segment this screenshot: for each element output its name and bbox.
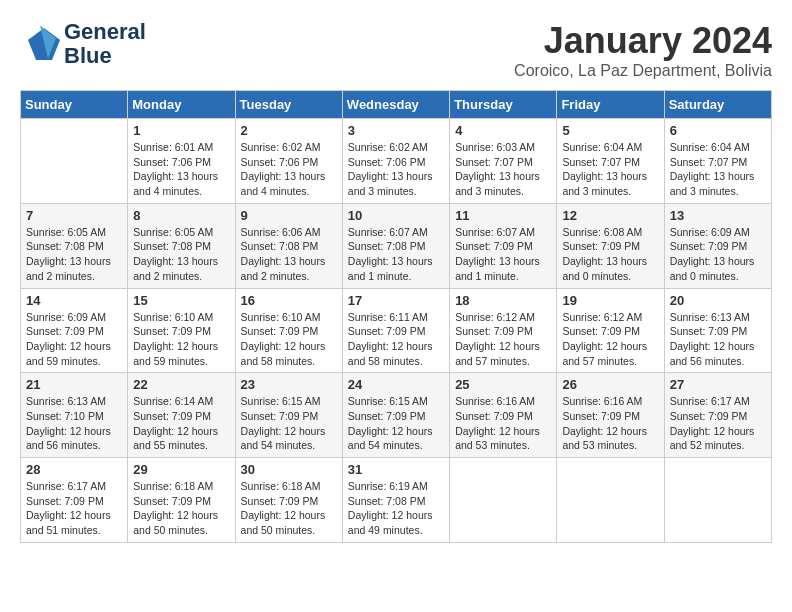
sunrise-text: Sunrise: 6:16 AM	[562, 395, 642, 407]
sunset-text: Sunset: 7:09 PM	[562, 410, 640, 422]
calendar-week-row: 28 Sunrise: 6:17 AM Sunset: 7:09 PM Dayl…	[21, 458, 772, 543]
day-number: 15	[133, 293, 229, 308]
sunrise-text: Sunrise: 6:15 AM	[348, 395, 428, 407]
calendar-cell: 7 Sunrise: 6:05 AM Sunset: 7:08 PM Dayli…	[21, 203, 128, 288]
daylight-text: Daylight: 12 hours and 50 minutes.	[133, 509, 218, 536]
sunset-text: Sunset: 7:09 PM	[348, 325, 426, 337]
sunrise-text: Sunrise: 6:15 AM	[241, 395, 321, 407]
day-info: Sunrise: 6:15 AM Sunset: 7:09 PM Dayligh…	[241, 394, 337, 453]
sunset-text: Sunset: 7:09 PM	[241, 495, 319, 507]
calendar-cell: 19 Sunrise: 6:12 AM Sunset: 7:09 PM Dayl…	[557, 288, 664, 373]
day-info: Sunrise: 6:12 AM Sunset: 7:09 PM Dayligh…	[455, 310, 551, 369]
day-info: Sunrise: 6:13 AM Sunset: 7:10 PM Dayligh…	[26, 394, 122, 453]
day-number: 28	[26, 462, 122, 477]
daylight-text: Daylight: 13 hours and 2 minutes.	[133, 255, 218, 282]
day-info: Sunrise: 6:04 AM Sunset: 7:07 PM Dayligh…	[562, 140, 658, 199]
sunset-text: Sunset: 7:09 PM	[133, 410, 211, 422]
day-info: Sunrise: 6:05 AM Sunset: 7:08 PM Dayligh…	[133, 225, 229, 284]
page-header: General Blue January 2024 Coroico, La Pa…	[20, 20, 772, 80]
calendar-cell	[664, 458, 771, 543]
calendar-cell: 28 Sunrise: 6:17 AM Sunset: 7:09 PM Dayl…	[21, 458, 128, 543]
day-info: Sunrise: 6:17 AM Sunset: 7:09 PM Dayligh…	[670, 394, 766, 453]
sunrise-text: Sunrise: 6:09 AM	[26, 311, 106, 323]
calendar-week-row: 21 Sunrise: 6:13 AM Sunset: 7:10 PM Dayl…	[21, 373, 772, 458]
day-number: 27	[670, 377, 766, 392]
sunset-text: Sunset: 7:09 PM	[670, 410, 748, 422]
sunrise-text: Sunrise: 6:19 AM	[348, 480, 428, 492]
sunset-text: Sunset: 7:06 PM	[133, 156, 211, 168]
sunrise-text: Sunrise: 6:16 AM	[455, 395, 535, 407]
day-info: Sunrise: 6:19 AM Sunset: 7:08 PM Dayligh…	[348, 479, 444, 538]
day-number: 9	[241, 208, 337, 223]
day-info: Sunrise: 6:02 AM Sunset: 7:06 PM Dayligh…	[348, 140, 444, 199]
calendar-cell: 12 Sunrise: 6:08 AM Sunset: 7:09 PM Dayl…	[557, 203, 664, 288]
daylight-text: Daylight: 12 hours and 58 minutes.	[241, 340, 326, 367]
day-number: 29	[133, 462, 229, 477]
calendar-cell: 27 Sunrise: 6:17 AM Sunset: 7:09 PM Dayl…	[664, 373, 771, 458]
daylight-text: Daylight: 12 hours and 58 minutes.	[348, 340, 433, 367]
daylight-text: Daylight: 13 hours and 3 minutes.	[455, 170, 540, 197]
sunrise-text: Sunrise: 6:05 AM	[133, 226, 213, 238]
day-number: 7	[26, 208, 122, 223]
calendar-week-row: 1 Sunrise: 6:01 AM Sunset: 7:06 PM Dayli…	[21, 119, 772, 204]
calendar-header-row: SundayMondayTuesdayWednesdayThursdayFrid…	[21, 91, 772, 119]
weekday-header: Saturday	[664, 91, 771, 119]
sunset-text: Sunset: 7:10 PM	[26, 410, 104, 422]
day-number: 8	[133, 208, 229, 223]
calendar-cell: 23 Sunrise: 6:15 AM Sunset: 7:09 PM Dayl…	[235, 373, 342, 458]
day-number: 31	[348, 462, 444, 477]
day-number: 3	[348, 123, 444, 138]
sunset-text: Sunset: 7:08 PM	[26, 240, 104, 252]
weekday-header: Thursday	[450, 91, 557, 119]
sunrise-text: Sunrise: 6:06 AM	[241, 226, 321, 238]
calendar-cell: 22 Sunrise: 6:14 AM Sunset: 7:09 PM Dayl…	[128, 373, 235, 458]
sunrise-text: Sunrise: 6:03 AM	[455, 141, 535, 153]
day-number: 13	[670, 208, 766, 223]
sunrise-text: Sunrise: 6:10 AM	[241, 311, 321, 323]
daylight-text: Daylight: 12 hours and 56 minutes.	[670, 340, 755, 367]
sunset-text: Sunset: 7:08 PM	[133, 240, 211, 252]
daylight-text: Daylight: 13 hours and 4 minutes.	[133, 170, 218, 197]
day-info: Sunrise: 6:18 AM Sunset: 7:09 PM Dayligh…	[133, 479, 229, 538]
day-info: Sunrise: 6:14 AM Sunset: 7:09 PM Dayligh…	[133, 394, 229, 453]
calendar-cell: 26 Sunrise: 6:16 AM Sunset: 7:09 PM Dayl…	[557, 373, 664, 458]
sunrise-text: Sunrise: 6:12 AM	[455, 311, 535, 323]
daylight-text: Daylight: 13 hours and 2 minutes.	[26, 255, 111, 282]
day-number: 16	[241, 293, 337, 308]
sunset-text: Sunset: 7:07 PM	[455, 156, 533, 168]
daylight-text: Daylight: 12 hours and 54 minutes.	[241, 425, 326, 452]
daylight-text: Daylight: 12 hours and 53 minutes.	[455, 425, 540, 452]
day-info: Sunrise: 6:10 AM Sunset: 7:09 PM Dayligh…	[133, 310, 229, 369]
calendar-cell	[450, 458, 557, 543]
calendar-cell: 31 Sunrise: 6:19 AM Sunset: 7:08 PM Dayl…	[342, 458, 449, 543]
daylight-text: Daylight: 12 hours and 53 minutes.	[562, 425, 647, 452]
daylight-text: Daylight: 13 hours and 3 minutes.	[562, 170, 647, 197]
day-info: Sunrise: 6:08 AM Sunset: 7:09 PM Dayligh…	[562, 225, 658, 284]
day-info: Sunrise: 6:02 AM Sunset: 7:06 PM Dayligh…	[241, 140, 337, 199]
sunset-text: Sunset: 7:08 PM	[348, 240, 426, 252]
day-number: 24	[348, 377, 444, 392]
day-number: 10	[348, 208, 444, 223]
calendar-cell	[557, 458, 664, 543]
calendar-cell: 3 Sunrise: 6:02 AM Sunset: 7:06 PM Dayli…	[342, 119, 449, 204]
sunrise-text: Sunrise: 6:13 AM	[26, 395, 106, 407]
calendar-cell: 1 Sunrise: 6:01 AM Sunset: 7:06 PM Dayli…	[128, 119, 235, 204]
calendar-cell: 18 Sunrise: 6:12 AM Sunset: 7:09 PM Dayl…	[450, 288, 557, 373]
day-number: 25	[455, 377, 551, 392]
daylight-text: Daylight: 13 hours and 3 minutes.	[348, 170, 433, 197]
sunrise-text: Sunrise: 6:18 AM	[241, 480, 321, 492]
sunrise-text: Sunrise: 6:05 AM	[26, 226, 106, 238]
weekday-header: Tuesday	[235, 91, 342, 119]
sunset-text: Sunset: 7:09 PM	[455, 410, 533, 422]
sunrise-text: Sunrise: 6:10 AM	[133, 311, 213, 323]
daylight-text: Daylight: 12 hours and 54 minutes.	[348, 425, 433, 452]
calendar-week-row: 7 Sunrise: 6:05 AM Sunset: 7:08 PM Dayli…	[21, 203, 772, 288]
daylight-text: Daylight: 12 hours and 57 minutes.	[455, 340, 540, 367]
sunrise-text: Sunrise: 6:18 AM	[133, 480, 213, 492]
day-number: 14	[26, 293, 122, 308]
calendar-cell: 13 Sunrise: 6:09 AM Sunset: 7:09 PM Dayl…	[664, 203, 771, 288]
sunset-text: Sunset: 7:09 PM	[670, 240, 748, 252]
sunset-text: Sunset: 7:09 PM	[348, 410, 426, 422]
day-info: Sunrise: 6:05 AM Sunset: 7:08 PM Dayligh…	[26, 225, 122, 284]
sunset-text: Sunset: 7:09 PM	[133, 495, 211, 507]
